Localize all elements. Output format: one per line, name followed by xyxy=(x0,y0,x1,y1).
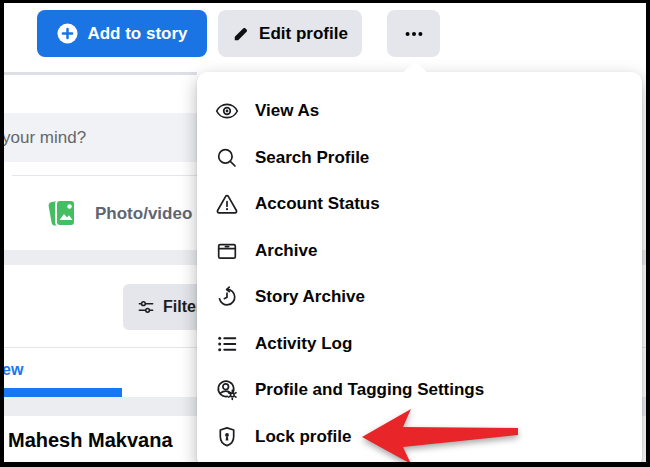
photo-video-button[interactable]: Photo/video xyxy=(95,204,192,224)
composer-divider xyxy=(12,175,222,176)
menu-item-label: Profile and Tagging Settings xyxy=(255,380,484,400)
border xyxy=(646,0,650,467)
menu-item-story-archive[interactable]: Story Archive xyxy=(215,274,642,321)
more-options-button[interactable] xyxy=(387,10,440,57)
add-to-story-label: Add to story xyxy=(87,24,187,44)
menu-item-lock-profile[interactable]: Lock profile xyxy=(215,414,642,461)
profile-gear-icon xyxy=(215,378,239,402)
menu-item-label: Archive xyxy=(255,241,317,261)
menu-item-label: Lock profile xyxy=(255,427,351,447)
menu-item-label: View As xyxy=(255,101,319,121)
shield-lock-icon xyxy=(215,425,239,449)
facebook-profile-screenshot: Add to story Edit profile your mind? Pho… xyxy=(0,0,650,467)
search-icon xyxy=(215,146,239,170)
sliders-icon xyxy=(136,297,156,317)
status-composer-input[interactable]: your mind? xyxy=(0,113,220,162)
pencil-icon xyxy=(232,24,251,43)
warning-icon xyxy=(215,192,239,216)
menu-item-label: Search Profile xyxy=(255,148,369,168)
photo-video-icon xyxy=(48,195,78,231)
dropdown-menu-list: View AsSearch ProfileAccount StatusArchi… xyxy=(215,88,642,460)
border xyxy=(0,0,4,467)
eye-icon xyxy=(215,99,239,123)
menu-item-search-profile[interactable]: Search Profile xyxy=(215,135,642,182)
menu-item-archive[interactable]: Archive xyxy=(215,228,642,275)
edit-profile-label: Edit profile xyxy=(259,24,348,44)
add-to-story-button[interactable]: Add to story xyxy=(37,10,207,57)
border xyxy=(0,462,650,467)
menu-item-label: Story Archive xyxy=(255,287,365,307)
active-tab-indicator xyxy=(0,388,122,397)
post-author-name[interactable]: Mahesh Makvana xyxy=(8,429,173,452)
border xyxy=(0,0,650,3)
edit-profile-button[interactable]: Edit profile xyxy=(218,10,362,57)
plus-circle-icon xyxy=(56,22,79,45)
profile-options-dropdown: View AsSearch ProfileAccount StatusArchi… xyxy=(197,72,642,467)
section-divider xyxy=(0,72,197,75)
activity-icon xyxy=(215,332,239,356)
archive-icon xyxy=(215,239,239,263)
menu-item-activity-log[interactable]: Activity Log xyxy=(215,321,642,368)
active-view-tab[interactable]: ew xyxy=(2,361,23,379)
ellipsis-icon xyxy=(403,23,425,45)
menu-item-view-as[interactable]: View As xyxy=(215,88,642,135)
dropdown-notch xyxy=(402,62,428,73)
menu-item-account-status[interactable]: Account Status xyxy=(215,181,642,228)
menu-item-label: Account Status xyxy=(255,194,380,214)
composer-placeholder: your mind? xyxy=(0,128,86,148)
menu-item-profile-and-tagging-settings[interactable]: Profile and Tagging Settings xyxy=(215,367,642,414)
story-icon xyxy=(215,285,239,309)
menu-item-label: Activity Log xyxy=(255,334,352,354)
